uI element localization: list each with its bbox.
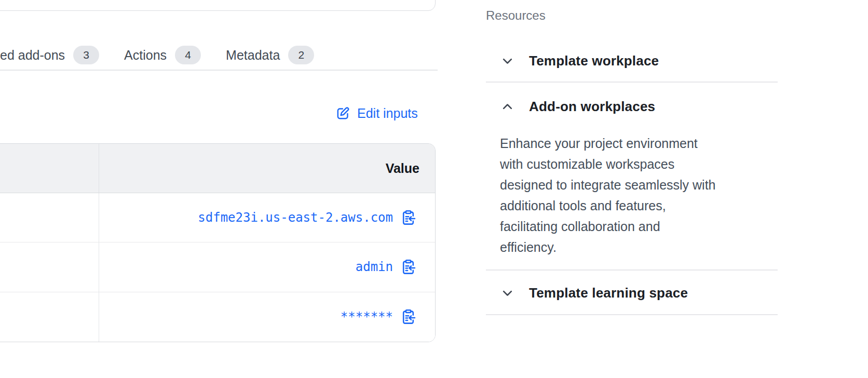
table-row: admin: [0, 242, 435, 292]
tab-count-badge: 3: [73, 46, 99, 64]
input-value: sdfme23i.us-east-2.aws.com: [198, 210, 393, 225]
tab-actions[interactable]: Actions 4: [124, 46, 201, 64]
input-value-cell: admin: [99, 242, 435, 291]
table-row: *******: [0, 292, 435, 342]
section-title: Add-on workplaces: [529, 99, 655, 115]
chevron-up-icon: [500, 100, 514, 114]
tab-label: Metadata: [226, 48, 280, 63]
section-add-on-workplaces[interactable]: Add-on workplaces: [500, 95, 655, 118]
clipboard-copy-icon[interactable]: [400, 259, 416, 275]
section-description: Enhance your project environment with cu…: [500, 133, 783, 258]
divider: [486, 269, 778, 271]
input-value-cell: sdfme23i.us-east-2.aws.com: [99, 193, 435, 242]
chevron-down-icon: [500, 286, 514, 300]
tab-installed-add-ons[interactable]: ed add-ons 3: [0, 46, 99, 64]
table-header-row: Value: [0, 144, 435, 193]
name-column-header: [0, 144, 99, 193]
tab-metadata[interactable]: Metadata 2: [226, 46, 314, 64]
section-template-workplace[interactable]: Template workplace: [500, 49, 659, 72]
previous-card-bottom-edge: [0, 0, 436, 11]
tab-bar: ed add-ons 3 Actions 4 Metadata 2: [0, 40, 438, 71]
edit-inputs-button[interactable]: Edit inputs: [335, 103, 418, 124]
edit-pencil-icon: [335, 106, 350, 121]
input-value-masked: *******: [341, 309, 393, 324]
tab-label: Actions: [124, 48, 167, 63]
input-value: admin: [356, 260, 393, 274]
divider: [486, 82, 778, 83]
chevron-down-icon: [500, 54, 514, 68]
input-name-cell: [0, 292, 99, 342]
resources-heading: Resources: [486, 8, 546, 23]
tab-count-badge: 2: [288, 46, 314, 64]
section-title: Template workplace: [529, 53, 659, 69]
clipboard-copy-icon[interactable]: [400, 210, 416, 226]
tab-label: ed add-ons: [0, 48, 65, 63]
input-name-cell: [0, 242, 99, 291]
resources-panel: Resources Template workplace Add-on work…: [486, 0, 778, 378]
section-title: Template learning space: [529, 285, 688, 301]
divider: [486, 314, 778, 315]
input-name-cell: [0, 193, 99, 242]
inputs-table: Value sdfme23i.us-east-2.aws.com admin: [0, 143, 436, 342]
section-template-learning-space[interactable]: Template learning space: [500, 281, 688, 304]
value-column-header: Value: [99, 144, 435, 193]
input-value-cell: *******: [99, 292, 435, 342]
tab-count-badge: 4: [175, 46, 201, 64]
table-row: sdfme23i.us-east-2.aws.com: [0, 193, 435, 242]
clipboard-copy-icon[interactable]: [400, 309, 416, 325]
edit-inputs-label: Edit inputs: [357, 106, 418, 121]
